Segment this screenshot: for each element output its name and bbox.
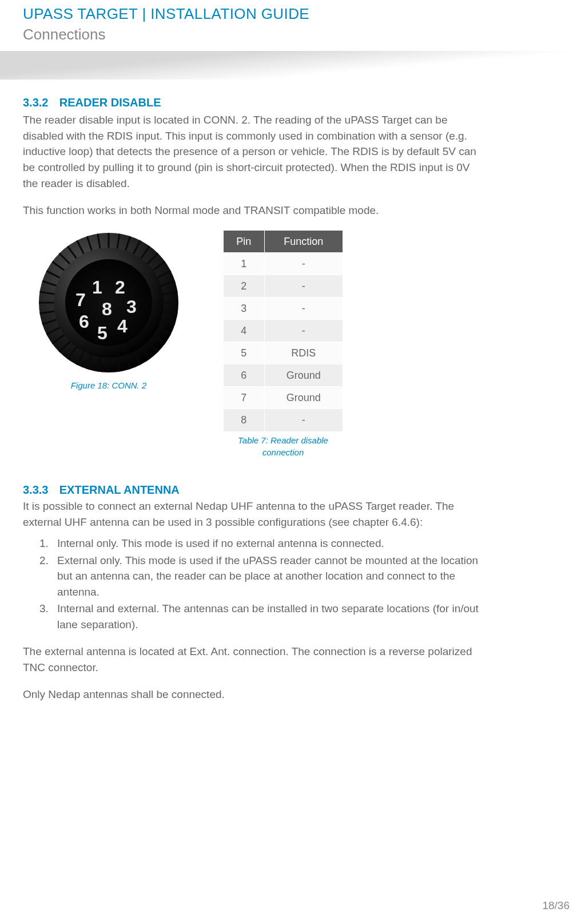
- body-text: The reader disable input is located in C…: [23, 112, 480, 191]
- table-column: Pin Function 1- 2- 3- 4- 5RDIS 6Ground 7…: [217, 230, 349, 459]
- pin-label: 4: [117, 316, 128, 336]
- table-cell: 8: [224, 409, 265, 431]
- table-caption: Table 7: Reader disable connection: [217, 434, 349, 459]
- table-cell: 2: [224, 275, 265, 297]
- list-item: External only. This mode is used if the …: [51, 553, 486, 600]
- table-cell: Ground: [264, 364, 343, 387]
- body-text: This function works in both Normal mode …: [23, 203, 480, 219]
- table-cell: 5: [224, 342, 265, 364]
- pin-label: 6: [79, 311, 89, 332]
- pin-label: 7: [75, 290, 86, 310]
- table-cell: -: [264, 409, 343, 431]
- list-item: Internal and external. The antennas can …: [51, 601, 486, 632]
- doc-subtitle: Connections: [23, 24, 550, 46]
- numbered-list: Internal only. This mode is used if no e…: [51, 536, 486, 632]
- table-cell: 1: [224, 252, 265, 275]
- section-number: 3.3.2: [23, 94, 48, 111]
- pin-label: 8: [102, 299, 112, 319]
- section-heading-332: 3.3.2 READER DISABLE: [23, 94, 550, 111]
- table-cell: 4: [224, 320, 265, 342]
- header-divider: [0, 51, 573, 80]
- doc-title: UPASS TARGET | INSTALLATION GUIDE: [23, 0, 550, 25]
- pin-label: 5: [97, 323, 108, 343]
- table-cell: 7: [224, 387, 265, 409]
- list-item: Internal only. This mode is used if no e…: [51, 536, 486, 552]
- section-title: EXTERNAL ANTENNA: [59, 483, 180, 496]
- table-cell: 3: [224, 297, 265, 319]
- section-heading-333: 3.3.3 EXTERNAL ANTENNA: [23, 482, 550, 498]
- connector-figure: 1 2 3 4 5 6 7 8: [36, 230, 182, 376]
- body-text: The external antenna is located at Ext. …: [23, 644, 480, 675]
- pin-label: 2: [115, 277, 125, 298]
- table-header: Function: [264, 230, 343, 252]
- body-text: Only Nedap antennas shall be connected.: [23, 687, 480, 703]
- figure-column: 1 2 3 4 5 6 7 8 Figure 18: CONN. 2: [23, 230, 194, 392]
- table-cell: Ground: [264, 387, 343, 409]
- page-number: 18/36: [542, 898, 570, 914]
- pin-label: 1: [92, 277, 102, 298]
- table-cell: RDIS: [264, 342, 343, 364]
- table-cell: 6: [224, 364, 265, 387]
- pin-label: 3: [126, 296, 137, 317]
- body-text: It is possible to connect an external Ne…: [23, 498, 480, 530]
- table-cell: -: [264, 297, 343, 319]
- section-title: READER DISABLE: [59, 96, 161, 109]
- table-header: Pin: [224, 230, 265, 252]
- figure-caption: Figure 18: CONN. 2: [23, 379, 194, 392]
- section-number: 3.3.3: [23, 482, 48, 498]
- table-cell: -: [264, 275, 343, 297]
- pin-function-table: Pin Function 1- 2- 3- 4- 5RDIS 6Ground 7…: [223, 230, 343, 432]
- table-cell: -: [264, 252, 343, 275]
- table-cell: -: [264, 320, 343, 342]
